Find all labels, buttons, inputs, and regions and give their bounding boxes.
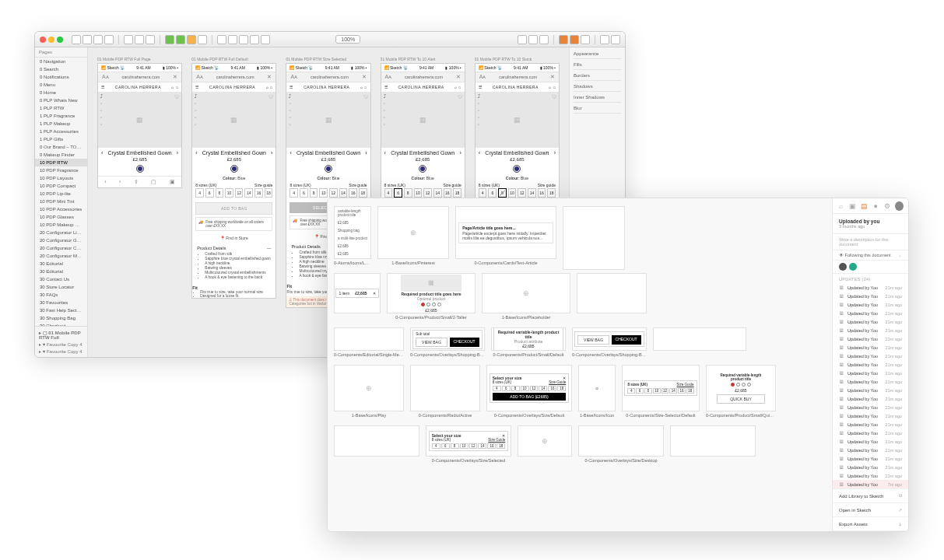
reader-icon[interactable]: Aᴀ [289,74,299,80]
size-guide-link[interactable]: Size guide [443,183,461,187]
close-icon[interactable]: ✕ [454,74,462,80]
size-option[interactable]: 18 [265,188,273,198]
size-option[interactable]: 14 [339,188,348,198]
page-item[interactable]: 0 Makeup Finder [35,151,87,159]
update-row[interactable]: 🗎Updated by You21m ago [833,352,908,360]
collab-avatar[interactable] [849,263,857,271]
toolbar-btn[interactable] [581,35,590,44]
update-row[interactable]: 🗎Updated by You21m ago [833,360,908,369]
size-option[interactable]: 14 [528,188,536,198]
page-item[interactable]: 10 PDP Fragrance [35,166,87,174]
close-icon[interactable]: ✕ [360,74,368,80]
favourite-icon[interactable]: ♡ [174,94,179,100]
update-row[interactable]: 🗎Updated by You21m ago [833,420,908,429]
menu-icon[interactable]: ☰ [384,85,388,89]
size-option[interactable]: 18 [359,188,367,198]
url-field[interactable]: carolinaherrera.com [205,75,266,79]
page-item[interactable]: 20 Configurator Compact [35,244,87,252]
favourite-icon[interactable]: ♡ [552,94,556,100]
toolbar-btn[interactable] [539,35,549,44]
next-product-icon[interactable]: › [459,150,461,156]
colour-swatch[interactable] [136,165,144,173]
preview-card[interactable]: ⊕ [482,273,570,313]
colour-swatch[interactable] [419,165,426,173]
avatar[interactable] [895,201,904,211]
view-bag-button[interactable]: VIEW BAG [416,338,447,347]
inspector-section[interactable]: Inner Shadows [574,95,621,103]
next-product-icon[interactable]: › [554,150,556,156]
preview-card[interactable]: VIEW BAGCHECKOUT [572,327,647,351]
favourite-icon[interactable]: ♡ [268,94,273,100]
settings-icon[interactable]: ⚙ [884,202,891,210]
preview-card[interactable]: Required variable-length product titlePr… [491,327,566,351]
page-item[interactable]: 30 Favourites [35,299,87,306]
url-field[interactable]: carolinaherrera.com [111,75,172,79]
close-icon[interactable]: ✕ [171,74,179,80]
reader-icon[interactable]: Aᴀ [478,74,488,80]
bag-icon[interactable]: ▢ [458,85,461,89]
close-icon[interactable]: ✕ [373,291,376,296]
colour-swatch[interactable] [230,165,238,173]
page-item[interactable]: 0 Navigation [35,58,87,65]
toolbar-btn[interactable] [570,35,579,44]
share-icon[interactable]: ⤴ [478,94,480,99]
size-option[interactable]: 6 [488,188,497,198]
reader-icon[interactable]: Aᴀ [384,74,394,80]
page-item[interactable]: 0 Search [35,65,87,73]
sidebar-action[interactable]: Add Library to Sketch⧉ [833,489,908,503]
preview-card[interactable] [334,425,419,457]
size-option[interactable]: 4 [195,188,204,198]
checkout-button[interactable]: CHECKOUT [450,338,479,347]
prev-product-icon[interactable]: ‹ [479,150,480,156]
window-controls[interactable] [40,37,63,43]
preview-card[interactable] [410,365,480,411]
toolbar-btn[interactable] [228,35,237,44]
toolbar-btn[interactable] [104,35,114,44]
page-item[interactable]: 10 PDP Glasses [35,213,87,221]
toolbar-btn[interactable] [559,35,568,44]
close-icon[interactable]: ✕ [265,74,273,80]
prev-product-icon[interactable]: ‹ [290,150,291,156]
follow-toggle[interactable]: 👁 Following this document⌄ [833,250,908,261]
view-bag-button[interactable]: VIEW BAG [577,335,609,345]
page-item[interactable]: 0 Home [35,89,87,96]
preview-card[interactable] [577,273,647,313]
size-option[interactable]: 12 [329,188,338,198]
size-option[interactable]: 6 [205,188,214,198]
menu-icon[interactable]: ☰ [101,85,105,89]
updates-list[interactable]: 🗎Updated by You21m ago🗎Updated by You21m… [833,283,908,488]
toolbar-btn[interactable] [528,35,538,44]
doc-description[interactable]: Write a description for this document [833,234,908,250]
size-option[interactable]: 6 [394,188,402,198]
next-product-icon[interactable]: › [271,150,272,156]
reader-icon[interactable]: Aᴀ [100,74,111,80]
next-product-icon[interactable]: › [365,150,367,156]
update-row[interactable]: 🗎Updated by You21m ago [833,411,908,420]
quick-buy-button[interactable]: QUICK BUY [717,394,765,404]
close-dot[interactable] [40,37,46,43]
nav-fwd-icon[interactable]: › [119,179,121,185]
size-option[interactable]: 10 [319,188,328,198]
colour-swatch[interactable] [513,165,521,173]
page-item[interactable]: 10 PDP RTW [35,159,87,166]
update-row[interactable]: 🗎Updated by You21m ago [833,292,908,300]
toolbar-btn[interactable] [239,35,248,44]
size-option[interactable]: 16 [254,188,263,198]
preview-card[interactable]: Required variable-length product title£2… [706,365,776,411]
page-item[interactable]: 30 FAQs [35,291,87,299]
artboard[interactable]: 01 Mobile PDP RTW Full Page📶 Sketch 📡9:4… [97,57,182,348]
page-item[interactable]: 1 PLP Makeup [35,120,87,128]
preview-card[interactable]: Select your size✕8 sizes (UK)Size Guide4… [486,365,572,411]
size-guide-link[interactable]: Size guide [254,183,272,187]
preview-card[interactable]: 1 item£2,685✕ [334,273,381,313]
bell-icon[interactable]: ● [872,202,879,210]
page-item[interactable]: 10 PDP Mini Tint [35,198,87,205]
toolbar-btn[interactable] [93,35,103,44]
preview-card[interactable]: ⊕ [377,206,449,259]
page-item[interactable]: 30 Editorial [35,260,87,268]
page-item[interactable]: 0 Menu [35,81,87,89]
update-row[interactable]: 🗎Updated by You21m ago [833,369,908,377]
page-item[interactable]: 30 Store Locator [35,283,87,291]
update-row[interactable]: 🗎Updated by You21m ago [833,300,908,309]
next-product-icon[interactable]: › [177,150,178,156]
